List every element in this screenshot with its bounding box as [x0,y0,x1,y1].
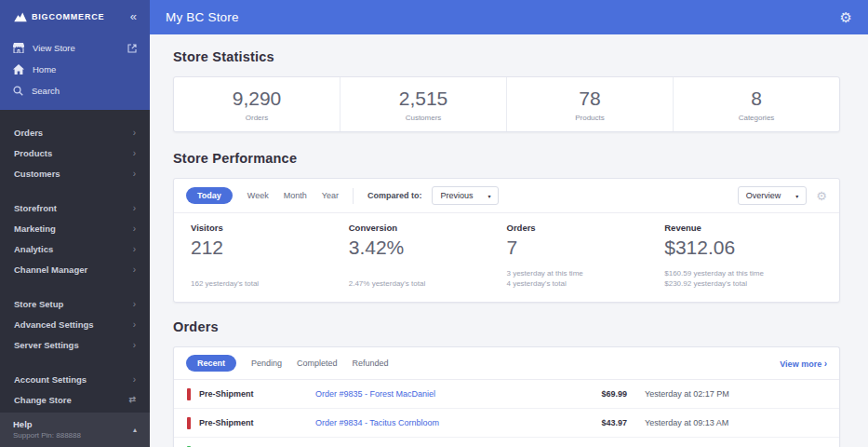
support-pin: Support Pin: 888888 [13,431,81,440]
sidebar-item-store-setup[interactable]: Store Setup › [0,293,150,314]
nav-group-settings: Store Setup › Advanced Settings › Server… [0,293,150,355]
store-title: My BC Store [166,10,239,24]
order-amount: $69.99 [541,389,627,399]
performance-toolbar: Today Week Month Year Compared to: Previ… [174,179,839,213]
tab-completed[interactable]: Completed [297,359,338,368]
sidebar-item-analytics[interactable]: Analytics › [0,238,150,259]
chevron-right-icon: › [133,319,136,330]
performance-gear-icon[interactable]: ⚙ [816,189,827,203]
nav-group-commerce: Orders › Products › Customers › [0,122,150,183]
order-link[interactable]: Order #9834 - Tacitus Cornbloom [315,418,541,427]
stat-label: Products [507,114,673,122]
stat-label: Orders [174,114,340,122]
stat-value: 78 [507,88,673,110]
stat-label: Categories [674,114,839,122]
stat-value: 9,290 [174,88,340,110]
tab-week[interactable]: Week [247,191,269,200]
stat-categories: 8 Categories [674,77,839,131]
stat-orders: 9,290 Orders [174,77,341,131]
chevron-right-icon: › [824,359,827,369]
sidebar-item-view-store[interactable]: View Store [0,37,150,59]
caret-down-icon: ▾ [487,193,490,199]
metric-subtexts: 162 yesterday's total [191,278,349,290]
metric-value: 212 [191,237,349,259]
sidebar-item-label: Customers [14,169,60,179]
sidebar-collapse-icon[interactable]: « [130,12,137,21]
metric-value: 7 [507,237,665,259]
tab-refunded[interactable]: Refunded [353,359,389,368]
metric-subtext: $160.59 yesterday at this time [664,268,822,279]
order-link[interactable]: Order #9835 - Forest MacDaniel [315,389,541,399]
tab-month[interactable]: Month [284,191,307,200]
order-date: Yesterday at 02:17 PM [627,389,839,399]
sidebar-item-label: Home [33,64,56,74]
metric-subtexts: 2.47% yesterday's total [349,278,507,290]
sidebar-item-label: Storefront [14,203,57,213]
external-link-icon [127,44,137,53]
order-status-cell: Pre-Shipment [187,417,315,429]
tab-recent[interactable]: Recent [186,355,236,372]
chevron-right-icon: › [133,374,136,385]
sidebar-item-advanced-settings[interactable]: Advanced Settings › [0,314,150,334]
sidebar-item-storefront[interactable]: Storefront › [0,197,150,218]
metric-label: Revenue [664,223,822,233]
overview-value: Overview [746,191,781,200]
sidebar-item-marketing[interactable]: Marketing › [0,218,150,238]
sidebar-item-label: Store Setup [14,299,63,309]
sidebar-item-channel-manager[interactable]: Channel Manager › [0,259,150,279]
compared-to-select[interactable]: Previous ▾ [432,186,499,205]
sidebar-item-label: Search [32,86,60,96]
tab-today[interactable]: Today [186,187,233,204]
sidebar-item-label: Account Settings [14,374,87,385]
store-performance-card: Today Week Month Year Compared to: Previ… [173,178,840,303]
dashboard-content: Store Statistics 9,290 Orders 2,515 Cust… [150,34,868,447]
view-more-link[interactable]: View more › [780,359,827,369]
logo-row: BIGCOMMERCE « [0,0,150,37]
metric-subtext: $230.92 yesterday's total [664,278,822,290]
sidebar-item-label: View Store [33,43,75,53]
toolbar-divider [353,188,354,204]
caret-down-icon: ▾ [795,193,798,199]
top-header: My BC Store ⚙ [150,0,868,34]
order-date: Yesterday at 09:13 AM [627,418,839,427]
swap-icon: ⇄ [128,395,136,404]
stat-value: 8 [674,88,839,110]
stat-customers: 2,515 Customers [341,77,507,131]
order-row: Completed Order #9833 - Robert Robertson… [174,438,839,447]
tab-year[interactable]: Year [322,191,339,200]
sidebar-item-home[interactable]: Home [0,59,150,80]
tab-pending[interactable]: Pending [251,359,282,368]
status-color-bar [187,388,191,400]
stat-label: Customers [341,114,506,122]
metric-visitors: Visitors 212 162 yesterday's total [191,223,349,290]
sidebar-item-change-store[interactable]: Change Store ⇄ [0,389,150,410]
sidebar-item-orders[interactable]: Orders › [0,122,150,142]
sidebar-item-label: Channel Manager [14,264,87,275]
help-panel[interactable]: Help Support Pin: 888888 ▴ [0,413,150,447]
sidebar-item-products[interactable]: Products › [0,142,150,163]
home-icon [13,64,24,74]
caret-up-icon: ▴ [133,426,137,434]
metric-subtext: 162 yesterday's total [191,278,349,290]
sidebar-item-label: Analytics [14,244,53,254]
storefront-icon [13,43,24,53]
sidebar-item-server-settings[interactable]: Server Settings › [0,334,150,355]
performance-metrics: Visitors 212 162 yesterday's total Conve… [174,213,839,302]
bigcommerce-logo: BIGCOMMERCE [13,11,104,22]
metric-label: Orders [507,223,665,233]
chevron-right-icon: › [133,203,136,213]
sidebar-item-label: Marketing [14,224,56,234]
settings-gear-icon[interactable]: ⚙ [840,9,852,26]
sidebar: BIGCOMMERCE « View Store Home Search [0,0,150,447]
stat-value: 2,515 [341,88,506,110]
sidebar-item-search[interactable]: Search [0,80,150,102]
sidebar-item-customers[interactable]: Customers › [0,163,150,183]
overview-select[interactable]: Overview ▾ [738,186,808,205]
sidebar-item-label: Advanced Settings [14,319,94,330]
search-icon [13,86,23,96]
order-amount: $43.97 [541,418,627,427]
sidebar-item-account-settings[interactable]: Account Settings › [0,369,150,389]
metric-conversion: Conversion 3.42% 2.47% yesterday's total [349,223,507,290]
chevron-right-icon: › [133,224,136,234]
metric-revenue: Revenue $312.06 $160.59 yesterday at thi… [664,223,822,290]
